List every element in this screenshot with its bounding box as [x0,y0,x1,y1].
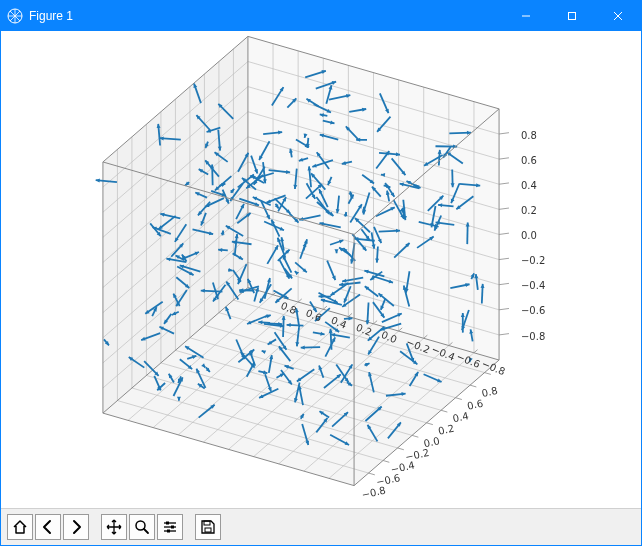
svg-line-674 [369,473,375,475]
svg-line-726 [499,133,509,134]
svg-text:−0.2: −0.2 [521,255,545,266]
svg-text:0.8: 0.8 [481,385,499,399]
zoom-button[interactable] [129,514,155,540]
svg-line-724 [499,158,509,159]
maximize-button[interactable] [549,1,595,31]
svg-text:−0.8: −0.8 [361,485,387,501]
svg-text:−0.6: −0.6 [521,305,545,316]
svg-text:0.2: 0.2 [437,423,455,437]
svg-rect-735 [167,530,170,533]
subplots-icon [162,519,178,535]
svg-line-712 [499,308,509,309]
pan-button[interactable] [101,514,127,540]
titlebar[interactable]: Figure 1 [1,1,641,31]
navigation-toolbar [1,508,641,545]
svg-line-710 [499,334,509,335]
svg-text:0.6: 0.6 [521,155,537,166]
home-button[interactable] [7,514,33,540]
svg-rect-734 [171,526,174,529]
configure-subplots-button[interactable] [157,514,183,540]
back-icon [40,519,56,535]
svg-rect-737 [205,528,211,532]
window-title: Figure 1 [29,9,503,23]
pan-icon [106,519,122,535]
svg-text:0.0: 0.0 [521,230,537,241]
svg-rect-733 [166,522,169,525]
svg-line-716 [499,258,509,259]
zoom-icon [134,519,150,535]
svg-line-720 [499,208,509,209]
svg-line-714 [499,283,509,284]
close-button[interactable] [595,1,641,31]
svg-text:−0.8: −0.8 [480,358,507,377]
svg-text:−0.4: −0.4 [521,280,545,291]
minimize-button[interactable] [503,1,549,31]
forward-icon [68,519,84,535]
svg-text:−0.6: −0.6 [375,472,401,488]
svg-line-718 [499,233,509,234]
matplotlib-app-icon [7,8,23,24]
svg-line-690 [485,373,491,375]
svg-line-722 [499,183,509,184]
svg-line-678 [398,448,404,450]
svg-line-686 [456,398,462,400]
svg-line-688 [470,385,476,387]
svg-line-676 [383,460,389,462]
svg-rect-2 [569,13,576,20]
save-button[interactable] [195,514,221,540]
svg-line-682 [427,423,433,425]
svg-line-684 [441,410,447,412]
save-icon [200,519,216,535]
back-button[interactable] [35,514,61,540]
svg-text:0.4: 0.4 [452,410,470,424]
forward-button[interactable] [63,514,89,540]
svg-line-729 [144,529,148,533]
svg-line-680 [412,435,418,437]
svg-text:0.2: 0.2 [521,205,537,216]
svg-text:0.4: 0.4 [521,180,537,191]
plot-canvas[interactable]: −0.8−0.6−0.4−0.20.00.20.40.60.8−0.8−0.6−… [1,31,641,508]
svg-marker-150 [96,179,100,183]
home-icon [12,519,28,535]
svg-text:−0.4: −0.4 [390,459,416,475]
svg-text:−0.8: −0.8 [521,331,545,342]
svg-text:0.0: 0.0 [423,435,441,449]
svg-text:0.8: 0.8 [521,130,537,141]
window-controls [503,1,641,31]
svg-text:−0.2: −0.2 [404,447,430,463]
svg-text:0.6: 0.6 [466,398,484,412]
figure-window: Figure 1 −0.8−0.6−0.4−0.20.00.20.40.60.8… [0,0,642,546]
